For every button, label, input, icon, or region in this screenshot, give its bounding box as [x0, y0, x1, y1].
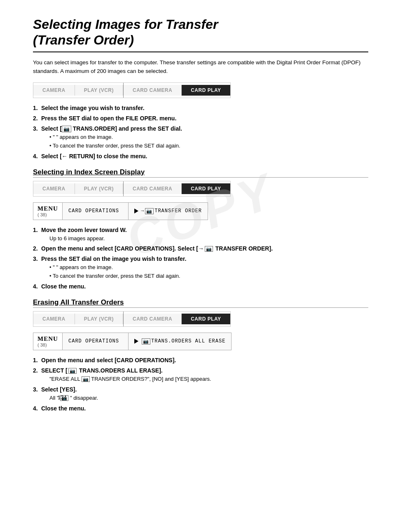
- menu-word: MENU: [37, 205, 58, 212]
- section2-menu-row: MENU ( 38) CARD OPERATIONS 📷 TRANS.ORDER…: [33, 333, 232, 350]
- s2-arrow-icon: [134, 339, 138, 344]
- menu-cell2: → 📷 TRANSFER ORDER: [128, 203, 208, 220]
- mode-tabs-section2: CAMERA PLAY (VCR) CARD CAMERA CARD PLAY: [33, 311, 231, 327]
- s1-tab-card-play[interactable]: CARD PLAY: [182, 183, 230, 194]
- mode-tabs-top: CAMERA PLAY (VCR) CARD CAMERA CARD PLAY: [33, 82, 231, 98]
- menu-label: MENU ( 38): [33, 203, 62, 220]
- s2-menu-cell2-text: TRANS.ORDERS ALL ERASE: [151, 338, 225, 344]
- s2-menu-cell2: 📷 TRANS.ORDERS ALL ERASE: [128, 333, 231, 350]
- s2-step-1: Open the menu and select [CARD OPERATION…: [33, 356, 368, 365]
- s1-step-2: Open the menu and select [CARD OPERATION…: [33, 244, 368, 253]
- s1-step-1-sub: Up to 6 images appear.: [41, 234, 368, 243]
- menu-cell2-text: TRANSFER ORDER: [154, 208, 202, 214]
- s2-tab-card-camera[interactable]: CARD CAMERA: [124, 314, 182, 324]
- section1-menu-row: MENU ( 38) CARD OPERATIONS → 📷 TRANSFER …: [33, 202, 208, 220]
- s1-step-1: Move the zoom lever toward W. Up to 6 im…: [33, 226, 368, 243]
- s2-menu-cell1: CARD OPERATIONS: [62, 333, 128, 350]
- step-3: Select [📷 TRANS.ORDER] and press the SET…: [33, 124, 368, 150]
- step-4: Select [← RETURN] to close the menu.: [33, 152, 368, 161]
- s2-menu-ref: ( 38): [37, 342, 47, 347]
- s1-step-3: Press the SET dial on the image you wish…: [33, 255, 368, 281]
- bullet-2: To cancel the transfer order, press the …: [49, 142, 368, 150]
- s2-step-2-sub: "ERASE ALL 📷 TRANSFER ORDERS?", [NO] and…: [41, 375, 368, 384]
- s1-step-3-bullets: " " appears on the image. To cancel the …: [41, 263, 368, 281]
- s1-step-4: Close the menu.: [33, 282, 368, 291]
- s2-step-3-sub: All " 📷 " disappear.: [41, 394, 368, 403]
- s2-step-3: Select [YES]. All " 📷 " disappear.: [33, 385, 368, 403]
- s1-tab-camera[interactable]: CAMERA: [33, 183, 75, 194]
- tab-card-play[interactable]: CARD PLAY: [182, 85, 230, 96]
- arrow-icon: [134, 209, 138, 213]
- s2-tab-play-vcr[interactable]: PLAY (VCR): [75, 314, 123, 324]
- s2-step-2: SELECT [📷 TRANS.ORDERS ALL ERASE]. "ERAS…: [33, 366, 368, 384]
- section2-heading: Erasing All Transfer Orders: [33, 298, 368, 308]
- tab-card-camera[interactable]: CARD CAMERA: [124, 85, 182, 96]
- bullet-1: " " appears on the image.: [49, 133, 368, 142]
- title-divider: [33, 52, 368, 52]
- s2-tab-card-play[interactable]: CARD PLAY: [182, 314, 230, 324]
- tab-play-vcr[interactable]: PLAY (VCR): [75, 85, 123, 96]
- section2-steps: Open the menu and select [CARD OPERATION…: [33, 356, 368, 413]
- section1-heading: Selecting in Index Screen Display: [33, 168, 368, 178]
- steps-top: Select the image you wish to transfer. P…: [33, 104, 368, 161]
- step-3-bullets: " " appears on the image. To cancel the …: [41, 133, 368, 150]
- page-number: 134: [58, 394, 67, 401]
- s2-step-4: Close the menu.: [33, 404, 368, 413]
- menu-cell2-prefix: →: [141, 208, 144, 214]
- mode-tabs-section1: CAMERA PLAY (VCR) CARD CAMERA CARD PLAY: [33, 181, 231, 197]
- s1-bullet-1: " " appears on the image.: [49, 263, 368, 272]
- step-2: Press the SET dial to open the FILE OPER…: [33, 114, 368, 123]
- step-1: Select the image you wish to transfer.: [33, 104, 368, 112]
- page-title: Selecting Images for Transfer (Transfer …: [33, 16, 368, 48]
- s1-tab-card-camera[interactable]: CARD CAMERA: [124, 183, 182, 194]
- menu-ref: ( 38): [37, 212, 47, 217]
- s2-tab-camera[interactable]: CAMERA: [33, 314, 75, 324]
- tab-camera[interactable]: CAMERA: [33, 85, 75, 96]
- s2-menu-word: MENU: [37, 335, 58, 342]
- s1-bullet-2: To cancel the transfer order, press the …: [49, 272, 368, 281]
- menu-cell1: CARD OPERATIONS: [62, 203, 128, 220]
- intro-text: You can select images for transfer to th…: [33, 58, 368, 76]
- s1-tab-play-vcr[interactable]: PLAY (VCR): [75, 183, 123, 194]
- section1-steps: Move the zoom lever toward W. Up to 6 im…: [33, 226, 368, 291]
- s2-menu-label: MENU ( 38): [33, 333, 62, 350]
